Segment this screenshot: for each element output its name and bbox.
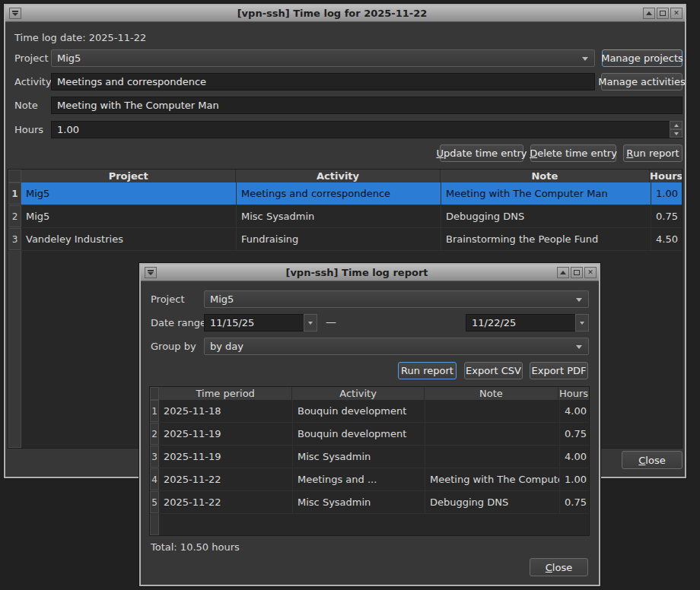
delete-label-mnemonic: D: [530, 148, 537, 159]
close-label-post: lose: [552, 562, 572, 573]
window-menu-icon[interactable]: [9, 8, 21, 19]
spinner-down-icon[interactable]: [670, 129, 682, 138]
close-icon[interactable]: ✕: [670, 8, 682, 19]
header-hours[interactable]: Hours: [650, 170, 682, 182]
cell-time-period: 2025-11-22: [159, 468, 293, 490]
manage-activities-button[interactable]: Manage activities: [601, 73, 682, 90]
cell-note: Meeting with The Computer...: [425, 468, 560, 490]
maximize-icon[interactable]: [571, 267, 583, 278]
window-menu-icon[interactable]: [145, 267, 157, 278]
manage-projects-label: Manage projects: [601, 52, 683, 64]
hours-spinbox-input[interactable]: [51, 121, 682, 138]
export-csv-label: Export CSV: [466, 365, 521, 376]
report-project-value: Mig5: [210, 293, 234, 305]
cell-note: Debugging DNS: [425, 491, 560, 513]
hours-label: Hours: [14, 124, 43, 135]
date-range-label: Date range: [151, 317, 206, 328]
date-to-dropdown-icon[interactable]: [575, 314, 589, 331]
shade-icon[interactable]: [643, 8, 655, 19]
table-row[interactable]: 3 2025-11-19 Misc Sysadmin 4.00: [150, 446, 589, 468]
cell-activity: Meetings and correspondence: [237, 182, 441, 205]
export-pdf-label: Export PDF: [531, 365, 586, 376]
manage-projects-button[interactable]: Manage projects: [602, 49, 682, 67]
cell-note: [425, 423, 560, 445]
main-titlebar[interactable]: [vpn-ssh] Time log for 2025-11-22 ✕: [5, 5, 685, 22]
row-number: 3: [8, 228, 21, 250]
table-row-selected[interactable]: 1 Mig5 Meetings and correspondence Meeti…: [8, 182, 682, 205]
cell-hours: 1.00: [651, 182, 682, 205]
delete-time-entry-button[interactable]: Delete time entry: [530, 144, 616, 162]
table-row[interactable]: 3 Vandeley Industries Fundraising Brains…: [8, 228, 682, 251]
table-row[interactable]: 5 2025-11-22 Misc Sysadmin Debugging DNS…: [150, 491, 589, 514]
close-label-mnemonic: C: [638, 455, 645, 466]
report-project-label: Project: [151, 293, 184, 305]
date-range-separator: —: [326, 316, 336, 328]
cell-time-period: 2025-11-19: [159, 423, 293, 445]
row-number: 2: [8, 205, 21, 227]
run-label-post: un report: [633, 148, 679, 159]
table-row[interactable]: 2 2025-11-19 Bouquin development 0.75: [150, 423, 589, 446]
row-number: 3: [150, 446, 159, 468]
cell-time-period: 2025-11-18: [159, 400, 293, 422]
report-dialog: [vpn-ssh] Time log report ✕ Project Mig5…: [139, 263, 600, 586]
report-close-button[interactable]: Close: [530, 558, 588, 576]
cell-activity: Fundraising: [237, 228, 441, 250]
table-row[interactable]: 1 2025-11-18 Bouquin development 4.00: [150, 400, 589, 423]
run-report-button[interactable]: Run report: [623, 144, 682, 162]
update-label-post: pdate time entry: [444, 148, 527, 159]
group-by-combobox[interactable]: by day: [204, 338, 589, 355]
manage-activities-label: Manage activities: [598, 76, 685, 87]
header-note[interactable]: Note: [441, 170, 650, 182]
row-number: 1: [150, 400, 159, 422]
row-number: 1: [8, 182, 21, 205]
menu-bar-glyph: [148, 270, 154, 271]
corner-cell: [150, 387, 159, 400]
update-time-entry-button[interactable]: Update time entry: [440, 144, 523, 162]
cell-project: Vandeley Industries: [21, 228, 237, 250]
cell-activity: Bouquin development: [293, 423, 425, 445]
report-project-combobox[interactable]: Mig5: [204, 290, 589, 308]
cell-activity: Misc Sysadmin: [293, 446, 425, 468]
report-titlebar[interactable]: [vpn-ssh] Time log report ✕: [141, 265, 599, 281]
table-empty-area: [150, 514, 589, 535]
main-close-button[interactable]: Close: [622, 451, 682, 469]
project-combobox[interactable]: Mig5: [51, 49, 595, 67]
spinner-up-icon[interactable]: [670, 121, 682, 129]
export-csv-button[interactable]: Export CSV: [464, 362, 523, 379]
note-label: Note: [14, 100, 38, 111]
cell-activity: Bouquin development: [293, 400, 425, 422]
table-row[interactable]: 4 2025-11-22 Meetings and ... Meeting wi…: [150, 468, 589, 491]
cell-activity: Misc Sysadmin: [237, 205, 441, 227]
table-row[interactable]: 2 Mig5 Misc Sysadmin Debugging DNS 0.75: [8, 205, 682, 228]
cell-hours: 4.00: [560, 446, 590, 468]
date-from-dropdown-icon[interactable]: [304, 314, 317, 331]
cell-hours: 0.75: [651, 205, 682, 227]
activity-input[interactable]: [51, 73, 595, 90]
export-pdf-button[interactable]: Export PDF: [530, 362, 588, 379]
cell-note: [425, 400, 560, 422]
header-time-period[interactable]: Time period: [159, 387, 292, 400]
cell-note: Brainstorming the People Fund: [441, 228, 651, 250]
table-header-row: Project Activity Note Hours: [8, 170, 682, 182]
report-run-report-button[interactable]: Run report: [398, 362, 457, 379]
cell-time-period: 2025-11-19: [159, 446, 293, 468]
group-by-value: by day: [210, 341, 243, 352]
date-to-input[interactable]: [466, 314, 576, 331]
header-activity[interactable]: Activity: [292, 387, 424, 400]
header-note[interactable]: Note: [425, 387, 558, 400]
close-icon[interactable]: ✕: [584, 267, 597, 278]
header-activity[interactable]: Activity: [236, 170, 440, 182]
header-hours[interactable]: Hours: [558, 387, 589, 400]
cell-hours: 0.75: [560, 491, 590, 513]
maximize-square-glyph: [574, 270, 580, 275]
shade-triangle-glyph: [560, 271, 566, 274]
group-by-label: Group by: [151, 341, 196, 352]
note-input[interactable]: [51, 97, 682, 114]
maximize-icon[interactable]: [657, 8, 669, 19]
menu-bar-glyph: [12, 11, 18, 12]
menu-triangle-glyph: [148, 272, 154, 275]
date-from-input[interactable]: [204, 314, 304, 331]
down-triangle-glyph: [674, 132, 679, 135]
header-project[interactable]: Project: [21, 170, 236, 182]
shade-icon[interactable]: [557, 267, 569, 278]
